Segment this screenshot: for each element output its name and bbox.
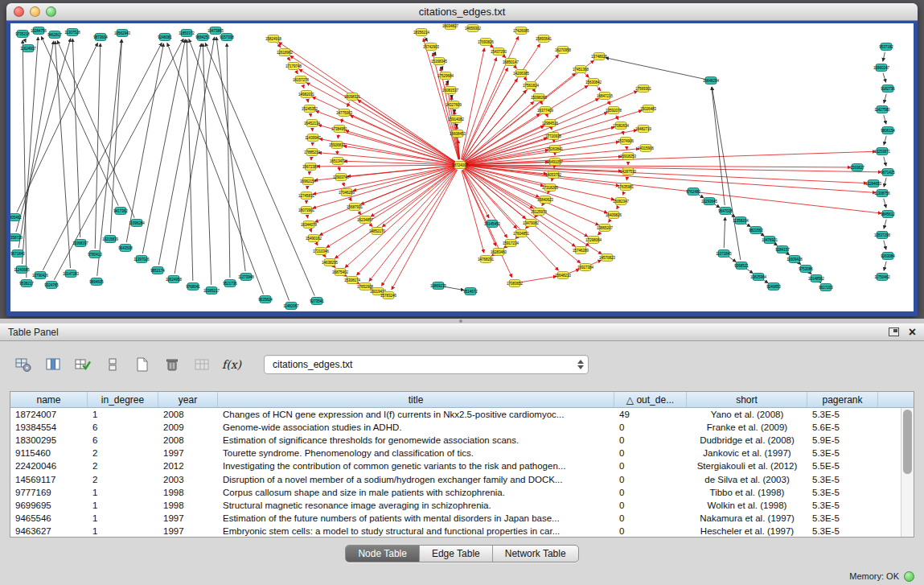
graph-node[interactable]: 14206385: [513, 70, 530, 77]
graph-node[interactable]: 16927384: [577, 264, 594, 271]
graph-node[interactable]: 11397026: [133, 256, 150, 263]
graph-node[interactable]: 11072845: [716, 250, 732, 257]
zoom-window-button[interactable]: [46, 6, 56, 17]
graph-node[interactable]: 14287530: [620, 168, 637, 175]
graph-node[interactable]: 1593827: [850, 164, 864, 171]
graph-node[interactable]: 15263841: [547, 146, 564, 153]
graph-node[interactable]: 15630842: [585, 79, 602, 86]
graph-node[interactable]: 14570823: [599, 254, 616, 262]
graph-node[interactable]: 16847215: [597, 93, 614, 100]
graph-node[interactable]: 9780413: [88, 251, 102, 258]
graph-node[interactable]: 10284756: [31, 27, 47, 35]
graph-node[interactable]: 9806154: [881, 127, 895, 134]
graph-node[interactable]: 9873604: [93, 34, 108, 41]
graph-node[interactable]: 14327609: [446, 101, 462, 109]
graph-node[interactable]: 17298064: [585, 237, 602, 244]
graph-node[interactable]: 10293645: [701, 198, 718, 205]
graph-node[interactable]: 13748026: [591, 53, 608, 60]
graph-node[interactable]: 9768041: [186, 283, 200, 290]
table-mode-icon[interactable]: [13, 354, 34, 375]
graph-node[interactable]: 17569301: [635, 85, 652, 93]
graph-node[interactable]: 10825964: [750, 274, 767, 281]
graph-node[interactable]: 9845612: [881, 211, 895, 218]
graph-node[interactable]: 15490162: [306, 235, 322, 242]
graph-node[interactable]: 9273541: [310, 298, 324, 305]
graph-node[interactable]: 10147283: [63, 270, 80, 278]
graph-node[interactable]: 9821563: [749, 227, 763, 234]
graph-node[interactable]: 10562943: [114, 30, 131, 37]
graph-node[interactable]: 12618962: [277, 49, 294, 56]
graph-node[interactable]: 17604851: [513, 230, 530, 237]
graph-node[interactable]: 9635824: [258, 296, 273, 303]
column-header-out_de[interactable]: △ out_de...: [614, 392, 687, 407]
graph-node[interactable]: 15687931: [347, 204, 363, 211]
graph-node[interactable]: 15648210: [555, 272, 572, 279]
graph-node[interactable]: 10476921: [762, 237, 778, 244]
graph-node[interactable]: 10790426: [32, 272, 49, 279]
graph-node[interactable]: 9671840: [10, 250, 25, 257]
column-header-name[interactable]: name: [10, 392, 88, 407]
column-header-in_degree[interactable]: in_degree: [88, 392, 158, 407]
graph-node[interactable]: 16875402: [332, 269, 349, 276]
graph-node[interactable]: 17529684: [437, 72, 454, 80]
import-table-icon[interactable]: [191, 354, 212, 375]
graph-node[interactable]: 9735218: [15, 31, 30, 38]
graph-node[interactable]: 15917234: [503, 240, 519, 247]
graph-node[interactable]: 9157308: [220, 34, 234, 41]
graph-node[interactable]: 15672387: [302, 163, 319, 171]
graph-node[interactable]: 16270958: [555, 47, 572, 54]
graph-node[interactable]: 10253871: [874, 148, 891, 155]
graph-node[interactable]: 13479082: [523, 220, 540, 227]
graph-node[interactable]: 16742903: [423, 43, 440, 51]
graph-node[interactable]: 11273948: [238, 274, 254, 281]
graph-node[interactable]: 16850147: [503, 59, 519, 66]
graph-node[interactable]: 17426085: [513, 27, 530, 35]
graph-node[interactable]: 9368521: [734, 262, 749, 270]
graph-node[interactable]: 13865207: [597, 225, 614, 232]
graph-node[interactable]: 15098263: [531, 94, 548, 101]
graph-node[interactable]: 9537182: [879, 43, 893, 51]
graph-node[interactable]: 10284653: [865, 180, 882, 187]
graph-node[interactable]: 15824918: [265, 35, 282, 43]
column-header-year[interactable]: year: [158, 392, 218, 407]
graph-node[interactable]: 17179748: [285, 63, 302, 70]
graph-node[interactable]: 11307528: [64, 29, 80, 36]
graph-node[interactable]: 11482067: [283, 303, 299, 310]
graph-node[interactable]: 15746289: [573, 247, 589, 254]
graph-node[interactable]: 14659302: [465, 25, 482, 32]
graph-node[interactable]: 10215839: [102, 236, 119, 243]
graph-node[interactable]: 11240685: [14, 266, 30, 274]
graph-node[interactable]: 9240853: [766, 283, 781, 290]
graph-node[interactable]: 17561824: [523, 82, 540, 89]
delete-column-icon[interactable]: [162, 354, 183, 375]
new-column-icon[interactable]: [132, 354, 153, 375]
graph-node[interactable]: 16918253: [620, 153, 637, 160]
graph-node[interactable]: 11624937: [20, 45, 36, 52]
graph-node[interactable]: 16482719: [635, 126, 652, 133]
graph-node[interactable]: 17210346: [313, 248, 330, 255]
graph-node[interactable]: 16283460: [491, 249, 507, 256]
vertical-scrollbar[interactable]: [901, 408, 914, 537]
graph-node[interactable]: 10473865: [207, 27, 224, 35]
tab-node-table[interactable]: Node Table: [346, 546, 420, 562]
graph-node[interactable]: 15026483: [640, 105, 657, 113]
graph-node[interactable]: 16962154: [300, 178, 317, 185]
graph-node[interactable]: 14768291: [478, 256, 495, 263]
network-canvas[interactable]: 1872400715824918126189621717974816157278…: [10, 23, 914, 311]
graph-node[interactable]: 17082634: [613, 122, 630, 130]
graph-node[interactable]: 15168345: [431, 58, 448, 65]
graph-node[interactable]: 16034827: [442, 23, 459, 30]
graph-node[interactable]: 18356214: [413, 29, 430, 36]
graph-node[interactable]: 16344078: [301, 221, 318, 229]
graph-node[interactable]: 9417362: [113, 208, 128, 215]
graph-node[interactable]: 9182736: [881, 85, 895, 93]
graph-node[interactable]: 17885210: [304, 149, 321, 156]
graph-node[interactable]: 16648294: [703, 77, 720, 84]
close-window-button[interactable]: [14, 6, 24, 17]
graph-node[interactable]: 9684253: [195, 34, 210, 41]
graph-node[interactable]: 9284157: [775, 246, 790, 253]
graph-node[interactable]: 16098321: [344, 93, 361, 101]
graph-node[interactable]: 9852174: [150, 267, 165, 274]
select-rows-icon[interactable]: [72, 354, 93, 375]
graph-node[interactable]: 11308756: [874, 190, 890, 197]
